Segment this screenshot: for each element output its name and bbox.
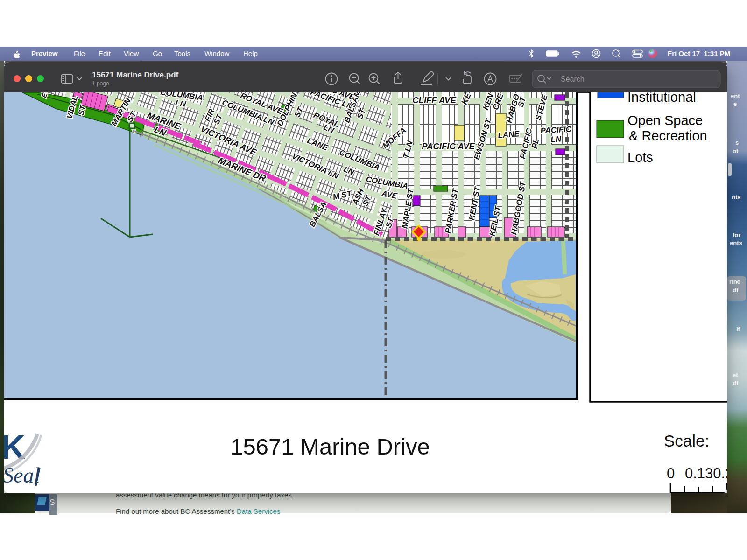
svg-text:K: K — [4, 428, 25, 466]
svg-text:15671 Marine Drive: 15671 Marine Drive — [230, 434, 430, 459]
svg-text:Institutional: Institutional — [627, 92, 696, 105]
svg-text:Open Space: Open Space — [627, 113, 703, 128]
svg-text:LN: LN — [175, 98, 187, 109]
svg-text:PACIFIC AVE: PACIFIC AVE — [422, 141, 475, 151]
svg-text:PACIFIC: PACIFIC — [540, 125, 572, 135]
svg-text:& Recreation: & Recreation — [629, 128, 707, 143]
svg-text:Scale:: Scale: — [664, 432, 709, 450]
svg-text:LN: LN — [550, 134, 562, 144]
svg-text:0.130.2: 0.130.2 — [685, 465, 727, 482]
svg-text:Lots: Lots — [627, 150, 653, 165]
svg-text:Search: Search — [561, 75, 585, 83]
svg-text:0: 0 — [667, 465, 675, 482]
svg-text:CLIFF AVE: CLIFF AVE — [412, 95, 456, 105]
svg-text:Seal: Seal — [4, 463, 40, 487]
